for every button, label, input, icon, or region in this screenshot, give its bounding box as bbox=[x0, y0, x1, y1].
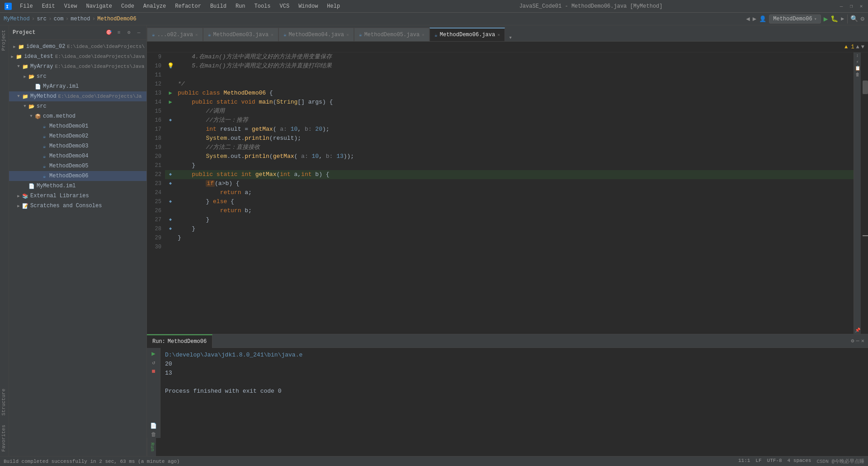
line-num-17: 17 bbox=[147, 125, 165, 134]
menu-edit[interactable]: Edit bbox=[38, 2, 59, 10]
tree-item-src-myarray[interactable]: ▶ 📂 src bbox=[9, 71, 146, 81]
tab-MethodDemo05[interactable]: ☕ MethodDemo05.java ✕ bbox=[354, 28, 429, 41]
breadcrumb-method[interactable]: method bbox=[71, 16, 90, 22]
run-button[interactable]: ▶ bbox=[824, 14, 828, 24]
structure-tab[interactable]: Structure bbox=[0, 384, 9, 420]
menu-file[interactable]: File bbox=[16, 2, 37, 10]
menu-tools[interactable]: Tools bbox=[251, 2, 274, 10]
editor-rt-btn-1[interactable]: ↕ bbox=[856, 53, 859, 58]
tree-label-MyArray: MyArray bbox=[30, 63, 53, 70]
menu-vcs[interactable]: VCS bbox=[276, 2, 293, 10]
restore-button[interactable]: ❐ bbox=[848, 3, 854, 10]
editor-rt-btn-pin[interactable]: 📌 bbox=[855, 328, 860, 333]
code-editor[interactable]: 9 4.在main()方法中调用定义好的方法并使用变量保存 10 💡 5.在ma… bbox=[147, 52, 854, 334]
line-num-29: 29 bbox=[147, 233, 165, 243]
close-button[interactable]: ✕ bbox=[858, 3, 864, 10]
nav-forward-button[interactable]: ▶ bbox=[753, 15, 756, 23]
app-icon: I bbox=[4, 2, 13, 11]
tree-label-src-myarray: src bbox=[37, 73, 47, 80]
gutter-23: ◆ bbox=[165, 179, 176, 188]
line-num-25: 25 bbox=[147, 197, 165, 206]
tab-MethodDemo04[interactable]: ☕ MethodDemo04.java ✕ bbox=[278, 28, 354, 41]
panel-gear-button[interactable]: ⚙ bbox=[125, 29, 133, 37]
menu-navigate[interactable]: Navigate bbox=[82, 2, 116, 10]
menu-view[interactable]: View bbox=[61, 2, 81, 10]
tab-close-MethodDemo04[interactable]: ✕ bbox=[346, 32, 349, 38]
run-panel-close-button[interactable]: ✕ bbox=[861, 338, 864, 344]
tab-close-o02[interactable]: ✕ bbox=[195, 32, 198, 38]
run-panel-settings-button[interactable]: ⚙ bbox=[851, 338, 854, 344]
tree-item-scratches[interactable]: ▶ 📝 Scratches and Consoles bbox=[9, 201, 146, 211]
panel-collapse-button[interactable]: ≡ bbox=[115, 29, 123, 37]
run-panel-minimize-button[interactable]: — bbox=[856, 338, 859, 344]
tree-item-MethodDemo06[interactable]: ▶ ☕ MethodDemo06 bbox=[9, 171, 146, 181]
editor-scrollbar[interactable] bbox=[861, 52, 868, 334]
run-side-tab[interactable]: Run bbox=[147, 438, 156, 456]
favorites-tab[interactable]: Favorites bbox=[0, 420, 9, 456]
run-btn-play[interactable]: ▶ bbox=[151, 350, 155, 357]
tree-item-MyMethod[interactable]: ▼ 📁 MyMethod E:\idea_code\IdeaProjects\J… bbox=[9, 91, 146, 101]
warning-nav-down[interactable]: ▼ bbox=[861, 44, 864, 50]
editor-rt-btn-4[interactable]: 🗑 bbox=[855, 72, 860, 77]
breadcrumb-src[interactable]: src bbox=[37, 16, 47, 22]
menu-refactor[interactable]: Refactor bbox=[171, 2, 205, 10]
minimize-button[interactable]: — bbox=[838, 3, 844, 10]
tab-label-MethodDemo03: MethodDemo03.java bbox=[213, 32, 269, 38]
tree-item-MethodDemo01[interactable]: ▶ ☕ MethodDemo01 bbox=[9, 121, 146, 131]
warning-nav-up[interactable]: ▲ bbox=[856, 44, 859, 50]
tree-item-MethodDemo04[interactable]: ▶ ☕ MethodDemo04 bbox=[9, 151, 146, 161]
run-btn-stop[interactable]: ■ bbox=[151, 368, 155, 375]
tab-MethodDemo03[interactable]: ☕ MethodDemo03.java ✕ bbox=[203, 28, 278, 41]
editor-rt-btn-2[interactable]: ⚡ bbox=[856, 59, 859, 65]
gutter-10: 💡 bbox=[165, 62, 176, 71]
project-tab[interactable]: Project bbox=[0, 25, 9, 55]
tree-item-MethodDemo02[interactable]: ▶ ☕ MethodDemo02 bbox=[9, 131, 146, 141]
tree-item-MyArray[interactable]: ▼ 📁 MyArray E:\idea_code\IdeaProjects\Ja… bbox=[9, 62, 146, 71]
line-num-24: 24 bbox=[147, 188, 165, 197]
tree-item-idea_demo_02[interactable]: ▶ 📁 idea_demo_02 E:\idea_code\IdeaProjec… bbox=[9, 42, 146, 52]
tree-item-MyArray-iml[interactable]: ▶ 📄 MyArray.iml bbox=[9, 81, 146, 91]
tab-close-MethodDemo06[interactable]: ✕ bbox=[497, 32, 500, 38]
run-tab-active[interactable]: Run: MethodDemo06 bbox=[147, 334, 212, 348]
tree-item-MyMethod-iml[interactable]: ▶ 📄 MyMethod.iml bbox=[9, 181, 146, 191]
breadcrumb-mymethod[interactable]: MyMethod bbox=[4, 16, 30, 22]
run-config-dropdown[interactable]: MethodDemo06 ▾ bbox=[769, 14, 821, 24]
menu-build[interactable]: Build bbox=[207, 2, 230, 10]
tab-close-MethodDemo03[interactable]: ✕ bbox=[271, 32, 274, 38]
panel-minimize-button[interactable]: — bbox=[135, 29, 143, 37]
editor-rt-btn-3[interactable]: 📋 bbox=[855, 66, 860, 71]
status-lf[interactable]: LF bbox=[755, 458, 761, 465]
breadcrumb-class[interactable]: MethodDemo06 bbox=[97, 16, 136, 22]
panel-locate-button[interactable]: 🎯 bbox=[105, 29, 113, 37]
debug-button[interactable]: 🐛 bbox=[830, 15, 838, 23]
tab-close-MethodDemo05[interactable]: ✕ bbox=[422, 32, 425, 38]
user-icon[interactable]: 👤 bbox=[759, 15, 766, 23]
tree-item-com-method[interactable]: ▼ 📦 com.method bbox=[9, 111, 146, 121]
nav-back-button[interactable]: ◀ bbox=[746, 15, 750, 23]
settings-button[interactable]: ⚙ bbox=[861, 15, 864, 23]
menu-code[interactable]: Code bbox=[118, 2, 138, 10]
line-num-11: 11 bbox=[147, 71, 165, 80]
tab-o02[interactable]: ☕ ...o02.java ✕ bbox=[147, 28, 203, 41]
run-btn-rerun[interactable]: ↺ bbox=[152, 359, 155, 366]
menu-window[interactable]: Window bbox=[295, 2, 321, 10]
status-encoding[interactable]: 11:1 bbox=[738, 458, 750, 465]
tree-item-src-mymethod[interactable]: ▼ 📂 src bbox=[9, 101, 146, 111]
gutter-25: ◆ bbox=[165, 197, 176, 206]
tree-item-idea_test[interactable]: ▶ 📁 idea_test E:\idea_code\IdeaProjects\… bbox=[9, 52, 146, 62]
run-btn-filter[interactable]: 🗑 bbox=[151, 431, 156, 438]
run-with-coverage-button[interactable]: ▶ bbox=[841, 15, 844, 22]
menu-analyze[interactable]: Analyze bbox=[140, 2, 170, 10]
status-utf8[interactable]: UTF-8 bbox=[767, 458, 782, 465]
search-everywhere-button[interactable]: 🔍 bbox=[850, 15, 858, 23]
breadcrumb-com[interactable]: com bbox=[54, 16, 64, 22]
menu-run[interactable]: Run bbox=[232, 2, 249, 10]
status-indent[interactable]: 4 spaces bbox=[788, 458, 811, 465]
tree-item-MethodDemo03[interactable]: ▶ ☕ MethodDemo03 bbox=[9, 141, 146, 151]
menu-help[interactable]: Help bbox=[323, 2, 344, 10]
tree-item-MethodDemo05[interactable]: ▶ ☕ MethodDemo05 bbox=[9, 161, 146, 171]
tabs-overflow-button[interactable]: ▾ bbox=[505, 34, 516, 41]
tab-MethodDemo06[interactable]: ☕ MethodDemo06.java ✕ bbox=[429, 28, 505, 41]
tree-item-external-libraries[interactable]: ▶ 📚 External Libraries bbox=[9, 191, 146, 201]
run-btn-scroll[interactable]: 📄 bbox=[150, 423, 157, 429]
